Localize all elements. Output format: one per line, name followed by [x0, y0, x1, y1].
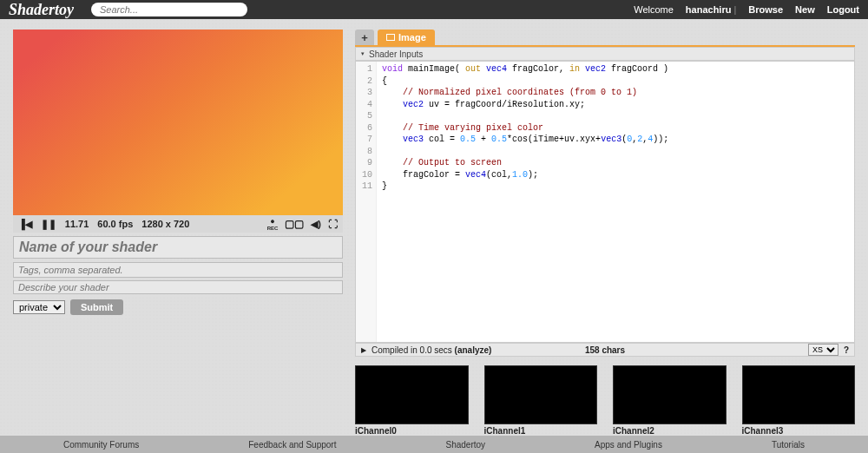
submit-button[interactable]: Submit	[70, 299, 123, 315]
channel-1-slot[interactable]	[484, 365, 598, 424]
tab-image[interactable]: Image	[378, 30, 435, 45]
char-count: 158 chars	[585, 345, 625, 355]
welcome-text: Welcome	[634, 4, 674, 15]
username[interactable]: hanachiru	[686, 4, 732, 15]
shader-inputs-bar[interactable]: ▾ Shader Inputs	[355, 47, 855, 61]
channel-1-label: iChannel1	[484, 426, 598, 436]
separator: |	[734, 4, 737, 15]
channel-0: iChannel0	[355, 365, 469, 436]
footer-brand[interactable]: Shadertoy	[445, 440, 485, 450]
compile-play-icon[interactable]: ▶	[361, 346, 366, 354]
record-icon[interactable]: ●REC	[267, 218, 279, 231]
volume-icon[interactable]: ◀)	[311, 219, 321, 230]
footer-tutorials[interactable]: Tutorials	[772, 440, 805, 450]
player-fps: 60.0 fps	[97, 219, 133, 229]
tags-input[interactable]	[13, 262, 343, 278]
channel-0-slot[interactable]	[355, 365, 469, 424]
rewind-icon[interactable]: ▐◀	[18, 219, 32, 230]
channel-2: iChannel2	[613, 365, 727, 436]
channel-1: iChannel1	[484, 365, 598, 436]
tab-bar: + Image	[355, 30, 855, 47]
channels-row: iChannel0 iChannel1 iChannel2 iChannel3	[355, 365, 855, 436]
nav-logout[interactable]: Logout	[827, 4, 859, 15]
footer-forums[interactable]: Community Forums	[63, 440, 139, 450]
shader-name-input[interactable]	[13, 236, 343, 259]
channel-2-slot[interactable]	[613, 365, 727, 424]
header: Shadertoy Welcome hanachiru | Browse New…	[0, 0, 868, 19]
player-time: 11.71	[65, 219, 89, 229]
compile-status: Compiled in 0.0 secs (analyze)	[372, 345, 491, 355]
header-right: Welcome hanachiru | Browse New Logout	[634, 4, 859, 15]
version-select[interactable]: XS	[808, 344, 838, 356]
tab-label: Image	[398, 32, 426, 43]
right-column: + Image ▾ Shader Inputs 1234567891011 vo…	[355, 30, 855, 436]
code-editor[interactable]: 1234567891011 void mainImage( out vec4 f…	[355, 61, 855, 343]
search-input[interactable]	[91, 3, 247, 16]
player-bar: ▐◀ ❚❚ 11.71 60.0 fps 1280 x 720 ●REC ▢▢ …	[13, 215, 343, 233]
code-content[interactable]: void mainImage( out vec4 fragColor, in v…	[377, 62, 668, 342]
channel-3: iChannel3	[742, 365, 856, 436]
nav-new[interactable]: New	[795, 4, 815, 15]
chevron-down-icon: ▾	[361, 50, 365, 57]
channel-2-label: iChannel2	[613, 426, 727, 436]
logo[interactable]: Shadertoy	[9, 1, 74, 19]
player-resolution: 1280 x 720	[141, 219, 189, 229]
description-input[interactable]	[13, 280, 343, 294]
channel-0-label: iChannel0	[355, 426, 469, 436]
help-icon[interactable]: ?	[844, 345, 849, 355]
channel-3-slot[interactable]	[742, 365, 856, 424]
analyze-link[interactable]: (analyze)	[455, 345, 492, 355]
footer: Community Forums Feedback and Support Sh…	[0, 436, 868, 453]
shader-preview[interactable]	[13, 30, 343, 215]
vr-icon[interactable]: ▢▢	[285, 218, 304, 230]
left-column: ▐◀ ❚❚ 11.71 60.0 fps 1280 x 720 ●REC ▢▢ …	[13, 30, 343, 436]
status-bar: ▶ Compiled in 0.0 secs (analyze) 158 cha…	[355, 343, 855, 357]
monitor-icon	[386, 34, 395, 41]
pause-icon[interactable]: ❚❚	[41, 219, 56, 230]
main-content: ▐◀ ❚❚ 11.71 60.0 fps 1280 x 720 ●REC ▢▢ …	[0, 19, 868, 436]
footer-feedback[interactable]: Feedback and Support	[248, 440, 336, 450]
add-tab-button[interactable]: +	[355, 30, 374, 45]
line-gutter: 1234567891011	[356, 62, 377, 342]
fullscreen-icon[interactable]: ⛶	[328, 219, 338, 229]
footer-apps[interactable]: Apps and Plugins	[595, 440, 662, 450]
privacy-select[interactable]: private	[13, 300, 65, 314]
nav-browse[interactable]: Browse	[748, 4, 783, 15]
player-right: ●REC ▢▢ ◀) ⛶	[267, 218, 338, 231]
channel-3-label: iChannel3	[742, 426, 856, 436]
